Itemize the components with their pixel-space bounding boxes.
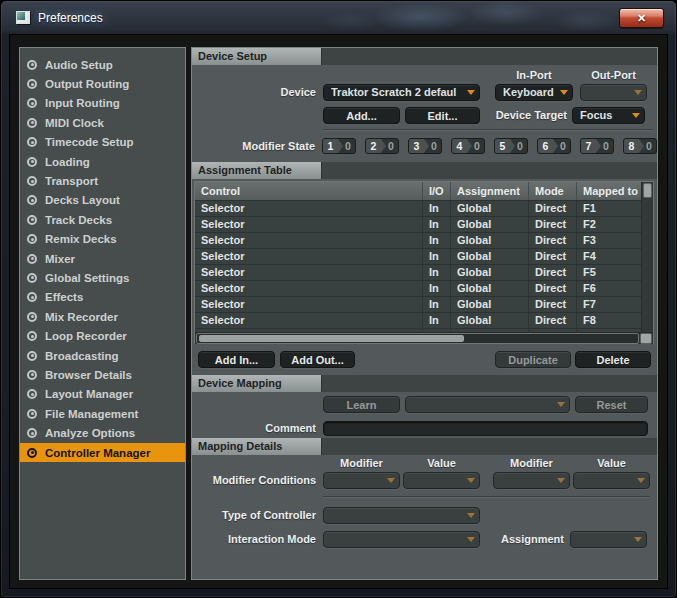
modifier-state-indicator[interactable]: 3 0 — [408, 138, 442, 154]
client-area: Audio Setup Output Routing Input Routing… — [9, 34, 668, 589]
close-button[interactable]: ✕ — [619, 8, 664, 28]
sidebar-item[interactable]: Input Routing — [20, 94, 185, 113]
sidebar-item[interactable]: Browser Details — [20, 365, 185, 384]
modifier-number: 5 — [495, 139, 510, 153]
modifier-conditions-label: Modifier Conditions — [192, 474, 316, 486]
sidebar-item[interactable]: Loop Recorder — [20, 326, 185, 345]
out-port-dropdown[interactable] — [580, 84, 647, 101]
assignment-dropdown[interactable] — [570, 531, 647, 548]
in-port-dropdown-value: Keyboard — [503, 86, 557, 98]
table-row[interactable]: Selector In Global Direct F8 — [195, 313, 641, 329]
sidebar: Audio Setup Output Routing Input Routing… — [19, 47, 186, 580]
reset-button[interactable]: Reset — [575, 396, 648, 413]
value-1-dropdown[interactable] — [403, 472, 480, 489]
divider — [323, 496, 650, 497]
add-in-button[interactable]: Add In... — [198, 351, 275, 368]
cell-assignment: Global — [451, 313, 529, 328]
sidebar-item-label: Loop Recorder — [45, 330, 127, 342]
titlebar[interactable]: Preferences — [1, 1, 676, 34]
table-row[interactable]: Selector In Global Direct F7 — [195, 297, 641, 313]
assignment-table-section-header: Assignment Table — [192, 162, 657, 179]
radio-icon — [27, 448, 37, 458]
horizontal-scrollbar-track[interactable] — [196, 333, 639, 344]
table-row[interactable]: Selector In Global Direct F1 — [195, 201, 641, 217]
sidebar-item[interactable]: Analyze Options — [20, 423, 185, 442]
sidebar-item[interactable]: Decks Layout — [20, 191, 185, 210]
table-row[interactable]: Selector In Global Direct F5 — [195, 265, 641, 281]
modifier-state-indicator[interactable]: 1 0 — [322, 138, 356, 154]
cell-control: Selector — [195, 313, 423, 328]
sidebar-item[interactable]: Track Decks — [20, 210, 185, 229]
cell-io: In — [423, 297, 451, 312]
scrollbar-corner[interactable] — [640, 333, 652, 344]
cell-mapped-to: F8 — [577, 313, 641, 328]
in-port-dropdown[interactable]: Keyboard — [495, 84, 573, 101]
modifier-state-indicator[interactable]: 2 0 — [365, 138, 399, 154]
horizontal-scrollbar-thumb[interactable] — [199, 335, 464, 342]
horizontal-scrollbar[interactable] — [195, 332, 653, 344]
sidebar-item[interactable]: Audio Setup — [20, 55, 185, 74]
radio-icon — [27, 370, 37, 380]
sidebar-item[interactable]: Mix Recorder — [20, 307, 185, 326]
modifier-state-indicator[interactable]: 4 0 — [451, 138, 485, 154]
cell-mode: Direct — [529, 265, 577, 280]
sidebar-item[interactable]: Remix Decks — [20, 230, 185, 249]
modifier-state-indicator[interactable]: 5 0 — [494, 138, 528, 154]
edit-device-button[interactable]: Edit... — [405, 107, 480, 124]
sidebar-item[interactable]: Broadcasting — [20, 346, 185, 365]
modifier-2-dropdown[interactable] — [493, 472, 570, 489]
table-row[interactable]: Selector In Global Direct F2 — [195, 217, 641, 233]
vertical-scrollbar[interactable] — [641, 182, 653, 332]
sidebar-item[interactable]: Transport — [20, 171, 185, 190]
sidebar-item[interactable]: Mixer — [20, 249, 185, 268]
column-header-mapped-to: Mapped to — [577, 182, 641, 200]
in-port-label: In-Port — [495, 69, 573, 81]
sidebar-item[interactable]: Controller Manager — [20, 443, 185, 462]
sidebar-item[interactable]: MIDI Clock — [20, 113, 185, 132]
table-row[interactable]: Selector In Global Direct F6 — [195, 281, 641, 297]
modifier-state-indicator[interactable]: 7 0 — [580, 138, 614, 154]
interaction-mode-dropdown[interactable] — [323, 531, 480, 548]
learn-button[interactable]: Learn — [323, 396, 400, 413]
assignment-table: Control I/O Assignment Mode Mapped to Se… — [194, 181, 654, 344]
sidebar-item[interactable]: Output Routing — [20, 74, 185, 93]
add-device-button[interactable]: Add... — [323, 107, 400, 124]
table-row[interactable]: Selector In Global Direct F3 — [195, 233, 641, 249]
modifier-state-indicator[interactable]: 8 0 — [623, 138, 657, 154]
sidebar-item-label: Mixer — [45, 253, 75, 265]
value-2-dropdown[interactable] — [573, 472, 650, 489]
duplicate-button[interactable]: Duplicate — [495, 351, 571, 368]
device-dropdown[interactable]: Traktor Scratch 2 defaul — [323, 84, 480, 101]
add-out-button[interactable]: Add Out... — [280, 351, 355, 368]
modifier-number: 3 — [409, 139, 424, 153]
sidebar-item-label: Output Routing — [45, 78, 129, 90]
cell-io: In — [423, 201, 451, 216]
cell-io: In — [423, 313, 451, 328]
sidebar-item[interactable]: Layout Manager — [20, 385, 185, 404]
cell-control: Selector — [195, 297, 423, 312]
radio-icon — [27, 331, 37, 341]
modifier-1-dropdown[interactable] — [323, 472, 400, 489]
table-row[interactable]: Selector In Global Direct F4 — [195, 249, 641, 265]
type-of-controller-dropdown[interactable] — [323, 507, 480, 524]
device-target-dropdown[interactable]: Focus — [572, 107, 645, 124]
learn-dropdown[interactable] — [405, 396, 570, 413]
sidebar-item-label: Transport — [45, 175, 98, 187]
radio-icon — [27, 118, 37, 128]
vertical-scrollbar-thumb[interactable] — [643, 183, 652, 198]
comment-input[interactable] — [323, 421, 648, 436]
cell-control: Selector — [195, 249, 423, 264]
sidebar-item[interactable]: Timecode Setup — [20, 133, 185, 152]
modifier-state-indicator[interactable]: 6 0 — [537, 138, 571, 154]
sidebar-item[interactable]: Loading — [20, 152, 185, 171]
chevron-down-icon — [634, 537, 642, 542]
modifier-number: 8 — [624, 139, 639, 153]
cell-mode: Direct — [529, 313, 577, 328]
delete-button[interactable]: Delete — [575, 351, 651, 368]
sidebar-item[interactable]: Global Settings — [20, 268, 185, 287]
sidebar-item[interactable]: File Management — [20, 404, 185, 423]
cell-mode: Direct — [529, 249, 577, 264]
sidebar-item[interactable]: Effects — [20, 288, 185, 307]
chevron-down-icon — [467, 537, 475, 542]
radio-icon — [27, 351, 37, 361]
